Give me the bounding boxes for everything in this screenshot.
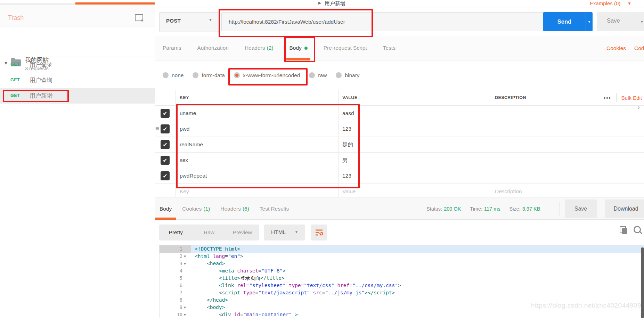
code-token: <body> (207, 304, 225, 310)
vertical-scrollbar[interactable] (641, 247, 644, 318)
download-button[interactable]: Download (605, 199, 644, 218)
url-input[interactable] (221, 12, 545, 31)
wrap-lines-button[interactable] (311, 225, 327, 240)
checkbox-checked[interactable]: ✔ (161, 171, 170, 180)
drag-handle-icon[interactable]: ≡ (155, 125, 159, 132)
kv-value-cell[interactable]: 是的 (338, 137, 491, 152)
radio-icon[interactable] (234, 72, 240, 78)
fold-caret-icon (184, 282, 191, 289)
kv-value-cell[interactable]: 123 (338, 168, 491, 184)
sidebar-header: Trash + (0, 5, 155, 26)
response-tab-cookies[interactable]: Cookies(1) (182, 197, 210, 220)
radio-icon[interactable] (193, 72, 198, 78)
fold-caret-icon[interactable]: ▼ (184, 260, 191, 267)
response-meta: Status:200 OKTime:117 msSize:3.97 KB (426, 197, 540, 220)
view-tab-preview[interactable]: Preview (226, 229, 259, 236)
wrap-lines-icon (315, 229, 323, 236)
code-token: id (234, 312, 240, 317)
sidebar-request-item[interactable]: GET用户新增 (0, 88, 155, 104)
radio-icon[interactable] (309, 72, 315, 78)
body-mode-binary[interactable]: binary (336, 72, 359, 79)
kv-value-cell[interactable]: aasd (338, 106, 491, 121)
sidebar-request-item[interactable]: GET用户查询 (0, 72, 155, 88)
checkbox-checked[interactable]: ✔ (161, 109, 170, 118)
line-number: 6 (160, 282, 184, 289)
examples-link[interactable]: Examples (0) (590, 0, 620, 6)
kv-row: ✔sex男 (155, 153, 644, 168)
kv-description-cell[interactable] (491, 137, 644, 152)
code-text: <script type="text/javascript" src="../j… (191, 289, 395, 296)
save-options-caret[interactable]: ▼ (640, 20, 644, 24)
kv-key-cell[interactable]: realName (176, 137, 338, 152)
builder-links: Cookies Code (606, 36, 644, 60)
checkbox-checked[interactable]: ✔ (161, 140, 170, 149)
trash-link[interactable]: Trash (8, 14, 24, 22)
tab-body[interactable]: Body (289, 36, 307, 60)
tab-tests[interactable]: Tests (383, 36, 396, 60)
chevron-down-icon[interactable]: ▼ (627, 1, 631, 6)
code-token: > (283, 268, 286, 274)
body-mode-none[interactable]: none (163, 72, 184, 79)
tab-pre-request-script[interactable]: Pre-request Script (324, 36, 367, 60)
fold-caret-icon[interactable]: ▼ (184, 311, 191, 318)
bulk-edit-link[interactable]: Bulk Edit (621, 95, 642, 101)
checkbox-checked[interactable]: ✔ (161, 124, 170, 133)
send-button[interactable]: Send (543, 12, 586, 31)
code-text: <!DOCTYPE html> (191, 245, 240, 253)
code-token: <!DOCTYPE html> (195, 246, 240, 252)
code-token: <title> (219, 275, 240, 281)
kv-description-cell[interactable] (491, 153, 644, 168)
copy-response-icon-front[interactable] (622, 228, 627, 234)
kv-header-extras: •••Bulk Edit (604, 93, 644, 102)
radio-icon[interactable] (163, 72, 169, 78)
kv-description-cell[interactable] (491, 168, 644, 184)
fold-caret-icon[interactable]: ▼ (184, 304, 191, 311)
code-link[interactable]: Code (634, 45, 644, 51)
sidebar-request-item[interactable]: GET用户登录 (0, 57, 155, 72)
radio-icon[interactable] (336, 72, 342, 78)
chevron-right-icon[interactable]: › (637, 103, 640, 111)
cookies-link[interactable]: Cookies (606, 45, 626, 51)
line-number: 8 (160, 296, 184, 304)
kv-key-cell[interactable]: pwdRepeat (176, 168, 338, 184)
send-options-caret[interactable]: ▼ (586, 12, 593, 31)
code-token: src (313, 290, 322, 295)
kv-key-cell[interactable]: sex (176, 153, 338, 168)
tab-label: Authorization (197, 45, 228, 51)
tab-params[interactable]: Params (163, 36, 181, 60)
fold-caret-icon (184, 267, 191, 275)
code-line: 6 <link rel="stylesheet" type="text/css"… (160, 282, 644, 289)
kv-value-cell[interactable]: 男 (338, 153, 491, 168)
collection-row[interactable]: ▼ 我的网站 3 requests (0, 26, 155, 57)
kv-row: ≡✔pwd123 (155, 121, 644, 137)
tab-authorization[interactable]: Authorization (197, 36, 228, 60)
response-tab-headers[interactable]: Headers(6) (220, 197, 249, 220)
body-mode-x-www-form-urlencoded[interactable]: x-www-form-urlencoded (234, 72, 300, 79)
tab-headers[interactable]: Headers(2) (245, 36, 274, 60)
kv-description-cell[interactable] (491, 121, 644, 137)
checkbox-checked[interactable]: ✔ (161, 156, 170, 165)
kv-value-cell[interactable]: 123 (338, 121, 491, 137)
request-title-bar: ▶ 用户新增 (155, 0, 644, 8)
kv-select-cell: ✔ (155, 153, 176, 168)
line-number: 9 (160, 304, 184, 311)
collapse-caret-icon[interactable]: ▶ (318, 1, 321, 5)
response-tab-test-results[interactable]: Test Results (260, 197, 289, 220)
save-request-button[interactable]: Save ▼ (597, 12, 644, 31)
body-mode-raw[interactable]: raw (309, 72, 327, 79)
code-token: > (365, 290, 368, 295)
view-tab-raw[interactable]: Raw (193, 229, 226, 236)
body-mode-form-data[interactable]: form-data (193, 72, 225, 79)
fold-caret-icon[interactable]: ▼ (184, 253, 191, 260)
more-options-icon[interactable]: ••• (604, 95, 611, 101)
response-tab-body[interactable]: Body (160, 197, 172, 220)
kv-description-cell[interactable] (491, 106, 644, 121)
save-response-button[interactable]: Save (565, 199, 597, 218)
view-tab-pretty[interactable]: Pretty (159, 229, 193, 236)
code-token: "../js/my.js" (325, 290, 365, 295)
kv-key-cell[interactable]: uname (176, 106, 338, 121)
response-meta-item: Time:117 ms (470, 206, 500, 212)
code-text: <div id="main-container" > (191, 311, 298, 318)
kv-key-cell[interactable]: pwd (176, 121, 338, 137)
code-line: 2▼<html lang="en"> (160, 253, 644, 260)
